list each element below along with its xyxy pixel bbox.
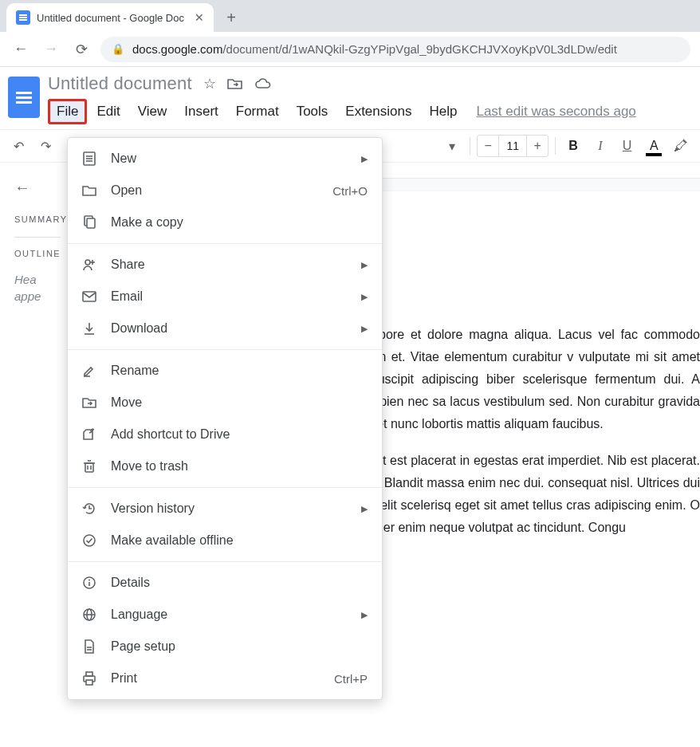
rename-icon	[82, 364, 98, 378]
menu-item-label: Print	[111, 671, 321, 686]
menu-item-label: Email	[111, 289, 348, 304]
menu-item-add-shortcut-to-drive[interactable]: Add shortcut to Drive	[68, 419, 382, 450]
increase-font-button[interactable]: +	[527, 136, 548, 156]
menu-separator	[68, 349, 382, 350]
menu-item-label: Make a copy	[111, 215, 368, 230]
trash-icon	[82, 459, 98, 474]
underline-button[interactable]: U	[616, 134, 639, 158]
redo-button[interactable]: ↷	[35, 134, 57, 158]
separator	[555, 137, 556, 155]
submenu-arrow-icon: ▶	[361, 260, 368, 270]
menu-item-open[interactable]: OpenCtrl+O	[68, 175, 382, 206]
menu-item-label: Open	[111, 183, 320, 198]
page-icon	[82, 639, 98, 654]
cloud-status-icon[interactable]	[254, 77, 272, 90]
move-to-folder-icon[interactable]	[227, 77, 243, 90]
globe-icon	[82, 607, 98, 622]
menu-item-new[interactable]: New▶	[68, 143, 382, 175]
svg-point-6	[85, 260, 90, 265]
reload-button[interactable]: ⟳	[70, 38, 92, 61]
menu-file[interactable]: File	[48, 99, 87, 124]
star-icon[interactable]: ☆	[203, 75, 216, 92]
last-edit-link[interactable]: Last edit was seconds ago	[476, 104, 635, 120]
history-icon	[82, 501, 98, 516]
forward-button[interactable]: →	[40, 38, 62, 61]
menu-bar: FileEditViewInsertFormatToolsExtensionsH…	[48, 99, 692, 124]
decrease-font-button[interactable]: −	[478, 136, 498, 156]
document-title[interactable]: Untitled document	[48, 73, 192, 94]
menu-item-make-a-copy[interactable]: Make a copy	[68, 206, 382, 238]
font-size-value[interactable]: 11	[498, 136, 527, 156]
menu-edit[interactable]: Edit	[88, 100, 128, 123]
info-icon	[82, 576, 98, 590]
font-size-control: − 11 +	[477, 135, 549, 157]
offline-icon	[82, 533, 98, 548]
svg-rect-13	[85, 463, 93, 472]
menu-extensions[interactable]: Extensions	[337, 100, 419, 123]
menu-help[interactable]: Help	[421, 100, 465, 123]
menu-item-page-setup[interactable]: Page setup	[68, 631, 382, 662]
submenu-arrow-icon: ▶	[361, 292, 368, 302]
docs-header: Untitled document ☆ FileEditViewInsertFo…	[0, 67, 700, 124]
menu-item-details[interactable]: Details	[68, 567, 382, 599]
menu-item-make-available-offline[interactable]: Make available offline	[68, 525, 382, 556]
copy-icon	[82, 215, 98, 230]
browser-tab-strip: Untitled document - Google Doc ✕ +	[0, 0, 700, 32]
menu-item-move[interactable]: Move	[68, 387, 382, 419]
browser-toolbar: ← → ⟳ 🔒 docs.google.com/document/d/1wANQ…	[0, 32, 700, 67]
move-icon	[82, 395, 98, 410]
menu-item-version-history[interactable]: Version history▶	[68, 493, 382, 525]
menu-item-label: Version history	[111, 501, 348, 516]
menu-item-label: Add shortcut to Drive	[111, 427, 368, 442]
undo-button[interactable]: ↶	[8, 134, 30, 158]
menu-tools[interactable]: Tools	[289, 100, 336, 123]
menu-item-label: Download	[111, 321, 348, 336]
print-icon	[82, 671, 98, 686]
tab-title: Untitled document - Google Doc	[37, 12, 184, 24]
italic-button[interactable]: I	[589, 134, 612, 158]
menu-item-move-to-trash[interactable]: Move to trash	[68, 450, 382, 482]
submenu-arrow-icon: ▶	[361, 610, 368, 620]
svg-point-18	[84, 535, 95, 546]
svg-rect-5	[87, 218, 95, 228]
menu-item-email[interactable]: Email▶	[68, 281, 382, 313]
menu-insert[interactable]: Insert	[176, 100, 226, 123]
separator	[470, 137, 470, 155]
style-dropdown[interactable]: ▾	[442, 134, 464, 158]
new-tab-button[interactable]: +	[220, 6, 242, 29]
menu-item-label: Move to trash	[111, 459, 368, 474]
address-bar[interactable]: 🔒 docs.google.com/document/d/1wANQkil-Gz…	[100, 37, 690, 62]
menu-separator	[68, 243, 382, 244]
menu-item-download[interactable]: Download▶	[68, 313, 382, 344]
lock-icon: 🔒	[112, 43, 124, 55]
back-button[interactable]: ←	[10, 38, 32, 61]
outline-back-button[interactable]: ←	[14, 179, 61, 197]
url-path: /document/d/1wANQkil-GzgYPipVgal_9bydGKC…	[222, 42, 616, 56]
bold-button[interactable]: B	[562, 134, 584, 158]
menu-item-share[interactable]: Share▶	[68, 249, 382, 281]
menu-view[interactable]: View	[130, 100, 175, 123]
menu-item-print[interactable]: PrintCtrl+P	[68, 662, 382, 694]
menu-item-language[interactable]: Language▶	[68, 599, 382, 631]
docs-logo[interactable]	[8, 77, 40, 118]
menu-item-shortcut: Ctrl+P	[334, 672, 368, 686]
url-host: docs.google.com	[132, 42, 222, 56]
svg-point-20	[88, 580, 90, 581]
mail-icon	[82, 289, 98, 304]
browser-tab[interactable]: Untitled document - Google Doc ✕	[6, 3, 214, 32]
text-color-button[interactable]: A	[643, 134, 665, 158]
submenu-arrow-icon: ▶	[361, 504, 368, 514]
menu-item-label: Share	[111, 258, 348, 272]
folder-icon	[82, 183, 98, 198]
menu-item-rename[interactable]: Rename	[68, 355, 382, 387]
menu-item-label: Rename	[111, 364, 368, 378]
menu-item-label: Move	[111, 395, 368, 410]
highlight-button[interactable]: 🖍	[670, 134, 692, 158]
menu-separator	[68, 561, 382, 562]
submenu-arrow-icon: ▶	[361, 154, 368, 164]
menu-format[interactable]: Format	[228, 100, 287, 123]
menu-item-shortcut: Ctrl+O	[332, 184, 368, 198]
menu-item-label: Language	[111, 607, 348, 622]
share-icon	[82, 258, 98, 272]
close-tab-icon[interactable]: ✕	[195, 11, 204, 24]
